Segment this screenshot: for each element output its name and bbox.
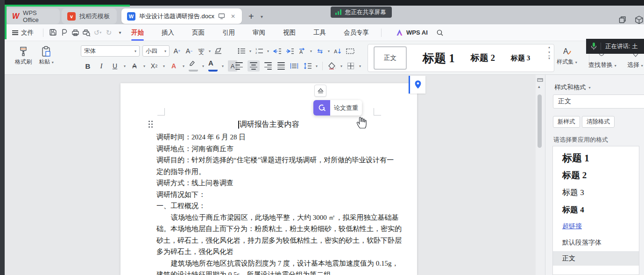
decrease-indent-button[interactable] <box>272 45 282 57</box>
justify-button[interactable] <box>276 60 286 72</box>
panel-style-2[interactable]: 标题 3 <box>553 184 639 201</box>
gallery-more-icon[interactable]: ▾ <box>548 56 550 60</box>
highlight-button[interactable] <box>189 60 198 72</box>
panel-style-6[interactable]: 正文 <box>553 251 639 266</box>
panel-style-1[interactable]: 标题 2 <box>553 166 639 184</box>
underline-chevron-icon[interactable]: ▾ <box>124 64 126 68</box>
chinese-layout-chevron-icon[interactable]: ▾ <box>328 49 330 53</box>
tab-wps-office[interactable]: W WPS Office <box>7 8 60 24</box>
pinyin-chevron-icon[interactable]: ▾ <box>209 49 211 53</box>
find-replace-icon[interactable] <box>599 54 604 57</box>
menu-item-4[interactable]: 审阅 <box>252 26 266 40</box>
sort-button[interactable]: A <box>333 45 342 57</box>
increase-indent-button[interactable] <box>285 45 294 57</box>
tab-list-chevron-icon[interactable]: ▾ <box>261 14 263 19</box>
italic-button[interactable]: I <box>97 60 106 72</box>
document-line-5[interactable]: 调研情况如下： <box>120 189 417 201</box>
chinese-layout-button[interactable]: ⇆ <box>315 45 325 57</box>
styles-panel-title[interactable]: 样式和格式 ▾ <box>554 83 591 92</box>
menu-item-6[interactable]: 工具 <box>312 26 327 40</box>
document-line-4[interactable]: 调研方式：线上问卷调查 <box>120 177 417 189</box>
gallery-style-1[interactable]: 标题 1 <box>423 51 455 66</box>
document-line-11[interactable]: 建筑场地所在地区抗震设防烈度为 7 度，设计基本地震加速度值为 0.15g， <box>120 258 417 269</box>
select-button[interactable]: 选择 ▾ <box>627 61 643 69</box>
wps-ai-button[interactable]: WPS AI <box>396 29 428 36</box>
redo-button[interactable]: ↻ <box>103 27 114 38</box>
align-center-button[interactable] <box>248 60 260 72</box>
document-line-10[interactable]: 多为碎石土，强化风化岩 <box>120 246 417 258</box>
document-title-row[interactable]: 调研报告主要内容 <box>120 118 417 130</box>
align-right-button[interactable] <box>263 60 273 72</box>
increase-font-size-button[interactable]: A+ <box>172 45 182 57</box>
bold-button[interactable]: B <box>83 60 92 72</box>
document-line-2[interactable]: 调研目的：针对所选择的“住宅楼”课题进行现场调研，对所做的毕业设计有一 <box>120 154 417 166</box>
gallery-scroll-down-icon[interactable]: ▾ <box>548 51 550 54</box>
document-page[interactable]: 调研报告主要内容 调研时间：2024 年 6 月 28 日调研地点：河南省商丘市… <box>120 83 417 275</box>
text-effects-button[interactable]: A <box>169 60 178 72</box>
numbering-chevron-icon[interactable]: ▾ <box>267 49 269 53</box>
print-button[interactable] <box>70 27 81 38</box>
quickbar-more-chevron-icon[interactable]: ▾ <box>114 27 126 38</box>
find-replace-button[interactable]: 查找替换 ▾ <box>588 61 616 69</box>
menu-item-3[interactable]: 引用 <box>221 26 236 40</box>
document-line-8[interactable]: 础。本场地地层自上而下分为：粉质粘土，粉土夹粉细砂，较低粘性土，密实的 <box>120 223 417 235</box>
document-line-3[interactable]: 定的指导作用。 <box>120 166 417 178</box>
tab-document[interactable]: W 毕业设计选题调研报告.docx ✕ <box>121 8 242 24</box>
clear-format-eraser-icon[interactable] <box>213 45 223 57</box>
underline-button[interactable]: U <box>110 60 120 72</box>
text-direction-button[interactable]: A <box>297 45 307 57</box>
shading-bucket-button[interactable] <box>327 60 337 72</box>
document-canvas[interactable]: 调研报告主要内容 调研时间：2024 年 6 月 28 日调研地点：河南省商丘市… <box>5 75 536 275</box>
text-direction-chevron-icon[interactable]: ▾ <box>310 49 312 53</box>
ruler-toggle-icon[interactable] <box>537 78 543 82</box>
font-size-select[interactable]: 小四▾ <box>142 45 170 57</box>
document-line-9[interactable]: 砂土，碎石土，强化风化岩，持力层多为较低粘性土，密实的砂土，软卧下卧层 <box>120 235 417 246</box>
close-tab-icon[interactable]: ✕ <box>231 13 235 20</box>
restore-window-icon[interactable] <box>619 16 626 23</box>
menu-file[interactable]: 文件 <box>21 29 34 37</box>
font-color-chevron-icon[interactable]: ▾ <box>222 64 224 68</box>
panel-style-5[interactable]: 默认段落字体 <box>553 234 639 251</box>
bullet-list-button[interactable] <box>237 45 246 57</box>
panel-style-4[interactable]: 超链接 <box>553 218 639 234</box>
shading-chevron-icon[interactable]: ▾ <box>340 64 342 68</box>
line-spacing-button[interactable] <box>303 60 312 72</box>
monitor-icon[interactable] <box>218 13 225 19</box>
hamburger-icon[interactable] <box>12 30 18 31</box>
document-line-6[interactable]: 一、工程概况： <box>120 200 417 212</box>
borders-chevron-icon[interactable]: ▾ <box>359 64 361 68</box>
pinyin-guide-button[interactable]: wén文 <box>197 45 206 57</box>
bullet-chevron-icon[interactable]: ▾ <box>249 49 251 53</box>
gallery-style-3[interactable]: 标题 3 <box>511 54 530 63</box>
scroll-up-icon[interactable]: ▴ <box>538 84 540 89</box>
panel-style-3[interactable]: 标题 4 <box>553 201 639 218</box>
font-color-button[interactable]: A <box>208 60 218 72</box>
menu-item-0[interactable]: 开始 <box>130 26 145 40</box>
undo-button[interactable]: ↺▾ <box>92 27 103 38</box>
document-line-1[interactable]: 调研地点：河南省商丘市 <box>120 143 417 155</box>
vertical-scrollbar[interactable]: ▴ <box>536 75 545 275</box>
save-button[interactable] <box>47 27 58 38</box>
cube-icon[interactable] <box>635 15 644 24</box>
text-effects-chevron-icon[interactable]: ▾ <box>183 64 184 68</box>
collapse-toolbar-button[interactable] <box>314 85 326 97</box>
menu-item-2[interactable]: 页面 <box>191 26 205 40</box>
numbered-list-button[interactable]: 12 <box>255 45 264 57</box>
document-line-7[interactable]: 该场地位于商丘市梁园区，此场地平整，大约 3000 ㎡，拟采用独立基础基 <box>120 212 417 224</box>
line-spacing-chevron-icon[interactable]: ▾ <box>316 64 318 68</box>
gallery-style-0[interactable]: 正文 <box>374 46 407 70</box>
strikethrough-chevron-icon[interactable]: ▾ <box>143 64 145 68</box>
export-pdf-button[interactable] <box>58 27 70 38</box>
menu-item-7[interactable]: 会员专享 <box>343 26 370 40</box>
highlight-chevron-icon[interactable]: ▾ <box>202 64 204 68</box>
align-left-button[interactable] <box>234 60 244 72</box>
strikethrough-button[interactable]: A <box>130 60 139 72</box>
borders-button[interactable] <box>346 60 355 72</box>
clear-format-button[interactable]: 清除格式 <box>582 116 615 128</box>
scrollbar-thumb[interactable] <box>538 94 542 148</box>
document-line-0[interactable]: 调研时间：2024 年 6 月 28 日 <box>120 131 417 143</box>
menu-item-5[interactable]: 视图 <box>282 26 297 40</box>
panel-style-0[interactable]: 标题 1 <box>553 149 639 166</box>
grid-settings-button[interactable] <box>346 45 355 57</box>
decrease-font-size-button[interactable]: A− <box>184 45 194 57</box>
